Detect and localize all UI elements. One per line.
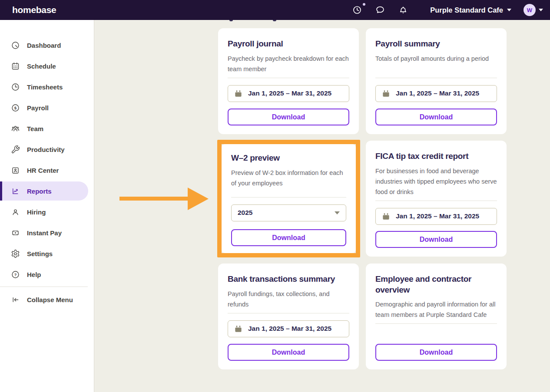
card-description: For businesses in food and beverage indu… (375, 166, 497, 197)
calendar-icon (382, 89, 390, 98)
sidebar: Dashboard Schedule Timesheets $ Payroll … (0, 20, 94, 392)
sidebar-item-label: Team (27, 125, 43, 132)
report-card-payroll-summary: Payroll summary Totals of payroll amount… (366, 28, 507, 134)
download-button[interactable]: Download (228, 344, 349, 361)
sidebar-item-hr-center[interactable]: HR Center (0, 161, 88, 180)
date-range-value: Jan 1, 2025 – Mar 31, 2025 (396, 212, 479, 220)
sidebar-item-dashboard[interactable]: Dashboard (0, 36, 88, 55)
calendar-icon (382, 212, 390, 221)
schedule-icon (11, 62, 20, 71)
settings-icon (11, 249, 20, 258)
sidebar-item-timesheets[interactable]: Timesheets (0, 77, 88, 96)
payroll-icon: $ (11, 103, 20, 112)
card-divider (375, 78, 497, 78)
avatar[interactable]: W (523, 4, 536, 16)
date-range-input[interactable]: Jan 1, 2025 – Mar 31, 2025 (375, 208, 497, 225)
sidebar-item-label: Reports (27, 188, 52, 195)
card-description: Demographic and payroll information for … (375, 299, 497, 320)
download-button[interactable]: Download (375, 231, 497, 248)
card-title: Payroll journal (228, 39, 349, 49)
report-card-fica-tip-tax-credit: FICA tip tax credit report For businesse… (366, 141, 507, 257)
sidebar-item-productivity[interactable]: Productivity (0, 140, 88, 159)
timesheets-icon (11, 82, 20, 92)
team-icon (11, 124, 20, 133)
date-range-input[interactable]: Jan 1, 2025 – Mar 31, 2025 (228, 85, 349, 102)
productivity-icon (11, 145, 20, 154)
avatar-chevron-down-icon[interactable] (539, 9, 543, 11)
calendar-icon (234, 89, 242, 98)
sidebar-item-label: Dashboard (27, 42, 61, 49)
card-title: Bank transactions summary (228, 274, 349, 285)
sidebar-item-label: HR Center (27, 167, 59, 174)
sidebar-item-label: Schedule (27, 63, 56, 70)
sidebar-item-help[interactable]: ? Help (0, 265, 88, 284)
card-divider (228, 78, 349, 78)
hiring-icon (11, 208, 20, 217)
year-select-value: 2025 (238, 209, 252, 217)
date-range-value: Jan 1, 2025 – Mar 31, 2025 (248, 89, 331, 97)
card-title: FICA tip tax credit report (375, 151, 497, 162)
card-description: Paycheck by paycheck breakdown for each … (228, 53, 349, 74)
sidebar-item-instant-pay[interactable]: Instant Pay (0, 223, 88, 242)
chevron-down-icon (335, 211, 340, 214)
date-range-input[interactable]: Jan 1, 2025 – Mar 31, 2025 (375, 85, 497, 102)
sidebar-item-payroll[interactable]: $ Payroll (0, 98, 88, 117)
sidebar-divider (0, 287, 88, 287)
instant-pay-icon (11, 228, 20, 237)
sidebar-item-label: Productivity (27, 146, 65, 153)
hr-center-icon (11, 166, 20, 175)
download-button[interactable]: Download (375, 109, 497, 125)
svg-text:$: $ (14, 105, 17, 110)
sidebar-item-reports[interactable]: Reports (0, 181, 88, 201)
app-window: homebase Purple Standard Cafe W Dashboa (0, 0, 550, 392)
chevron-down-icon (507, 9, 511, 11)
sidebar-item-label: Settings (27, 250, 53, 257)
svg-text:?: ? (14, 272, 17, 277)
sidebar-item-schedule[interactable]: Schedule (0, 56, 88, 76)
card-divider (375, 201, 497, 201)
sidebar-item-hiring[interactable]: Hiring (0, 202, 88, 221)
annotation-arrow-head (188, 188, 209, 210)
time-clock-icon[interactable] (351, 4, 363, 16)
report-card-payroll-journal: Payroll journal Paycheck by paycheck bre… (218, 28, 359, 134)
card-description: Payroll fundings, tax collections, and r… (228, 289, 349, 310)
reports-icon (11, 187, 20, 196)
date-range-value: Jan 1, 2025 – Mar 31, 2025 (396, 89, 479, 97)
collapse-menu-button[interactable]: Collapse Menu (0, 290, 88, 309)
annotation-arrow-shaft (119, 197, 188, 201)
notification-dot (363, 3, 365, 6)
sidebar-item-label: Timesheets (27, 83, 63, 91)
collapse-menu-icon (11, 295, 20, 304)
clipped-heading-remnant (273, 20, 276, 21)
bell-icon[interactable] (398, 4, 409, 16)
download-button[interactable]: Download (375, 344, 497, 361)
card-description: Totals of payroll amounts during a perio… (375, 53, 497, 74)
company-selector[interactable]: Purple Standard Cafe (430, 6, 511, 14)
year-select[interactable]: 2025 (231, 204, 346, 221)
sidebar-item-label: Help (27, 271, 41, 278)
card-title: W–2 preview (231, 153, 346, 164)
collapse-menu-label: Collapse Menu (27, 296, 73, 303)
date-range-input[interactable]: Jan 1, 2025 – Mar 31, 2025 (228, 320, 349, 337)
report-card-bank-transactions: Bank transactions summary Payroll fundin… (218, 264, 359, 369)
help-icon: ? (11, 270, 20, 279)
report-card-employee-contractor-overview: Employee and contractor overview Demogra… (366, 264, 507, 369)
sidebar-item-label: Hiring (27, 208, 46, 216)
card-title: Employee and contractor overview (375, 274, 497, 295)
sidebar-item-label: Instant Pay (27, 229, 62, 237)
download-button[interactable]: Download (228, 109, 349, 125)
company-name: Purple Standard Cafe (430, 6, 503, 14)
topbar-actions: Purple Standard Cafe W (351, 4, 543, 16)
sidebar-item-settings[interactable]: Settings (0, 244, 88, 263)
download-button[interactable]: Download (231, 229, 346, 246)
card-divider (228, 313, 349, 313)
messages-icon[interactable] (374, 4, 386, 16)
dashboard-icon (11, 41, 20, 50)
calendar-icon (234, 325, 242, 333)
card-description: Preview of W-2 box information for each … (231, 168, 346, 194)
report-card-w2-preview: W–2 preview Preview of W-2 box informati… (222, 144, 356, 253)
card-divider (231, 197, 346, 198)
date-range-value: Jan 1, 2025 – Mar 31, 2025 (248, 325, 331, 333)
clipped-heading-remnant (229, 20, 233, 21)
sidebar-item-team[interactable]: Team (0, 119, 88, 138)
